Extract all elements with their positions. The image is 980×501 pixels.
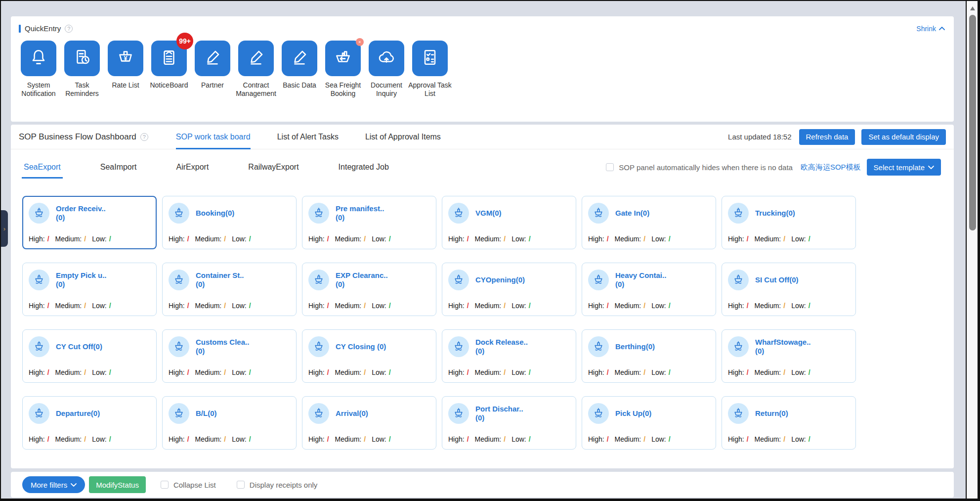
card-title-line1: Dock Release.. bbox=[475, 338, 528, 346]
card-title-line1: EXP Clearanc.. bbox=[336, 271, 388, 279]
task-card-pre-manifest[interactable]: Pre manifest.. (0) High:/Medium:/Low:/ bbox=[302, 196, 436, 249]
quickentry-noticeboard[interactable]: 99+ × NoticeBoard bbox=[147, 41, 191, 98]
priority-value: / bbox=[504, 235, 506, 243]
task-card-heavy-contai[interactable]: Heavy Contai.. (0) High:/Medium:/Low:/ bbox=[582, 263, 716, 316]
task-card-dock-release[interactable]: Dock Release.. (0) High:/Medium:/Low:/ bbox=[442, 329, 576, 383]
task-card-si-cut-off-0[interactable]: SI Cut Off(0) High:/Medium:/Low:/ bbox=[722, 263, 856, 316]
priority-value: / bbox=[249, 302, 251, 310]
priority-label: High: bbox=[29, 368, 45, 376]
tab-list-of-approval-items[interactable]: List of Approval Items bbox=[365, 125, 441, 149]
auto-hide-checkbox[interactable] bbox=[606, 163, 614, 171]
task-card-b-l-0[interactable]: B/L(0) High:/Medium:/Low:/ bbox=[162, 396, 297, 450]
quickentry-button[interactable]: × bbox=[412, 41, 448, 76]
sidebar-collapse-handle[interactable]: › bbox=[1, 210, 8, 247]
task-card-gate-in-0[interactable]: Gate In(0) High:/Medium:/Low:/ bbox=[582, 196, 716, 249]
task-card-berthing-0[interactable]: Berthing(0) High:/Medium:/Low:/ bbox=[582, 329, 716, 383]
scroll-up-arrow-icon[interactable] bbox=[970, 4, 975, 10]
shrink-link[interactable]: Shrink bbox=[916, 25, 945, 33]
quickentry-rate-list[interactable]: ¥ × Rate List bbox=[104, 41, 147, 98]
quickentry-contract-management[interactable]: × Contract Management bbox=[234, 41, 278, 98]
collapse-list-checkbox[interactable] bbox=[161, 481, 169, 489]
cloud-up-icon bbox=[377, 47, 396, 69]
priority-value: / bbox=[364, 302, 366, 310]
card-title-line2: (0) bbox=[755, 347, 764, 355]
dashboard-tab-row: SOP Business Flow Dashboard ? SOP work t… bbox=[11, 125, 954, 149]
priority-value: / bbox=[529, 435, 531, 443]
quickentry-button[interactable]: × bbox=[238, 41, 274, 76]
task-card-vgm-0[interactable]: VGM(0) High:/Medium:/Low:/ bbox=[442, 196, 576, 249]
modify-status-button[interactable]: ModifyStatus bbox=[89, 476, 146, 493]
help-icon[interactable]: ? bbox=[140, 133, 148, 141]
quickentry-partner[interactable]: × Partner bbox=[191, 41, 234, 98]
priority-value: / bbox=[643, 235, 645, 243]
task-card-customs-clea[interactable]: Customs Clea.. (0) High:/Medium:/Low:/ bbox=[162, 329, 297, 383]
sop-template-link[interactable]: 欧高海运SOP模板 bbox=[801, 163, 861, 172]
quickentry-approval-task-list[interactable]: × Approval Task List bbox=[408, 41, 452, 98]
quickentry-task-reminders[interactable]: × Task Reminders bbox=[60, 41, 104, 98]
task-card-cy-cut-off-0[interactable]: CY Cut Off(0) High:/Medium:/Low:/ bbox=[22, 329, 157, 383]
task-card-wharfstowage[interactable]: WharfStowage.. (0) High:/Medium:/Low:/ bbox=[722, 329, 856, 383]
quickentry-button[interactable]: × bbox=[64, 41, 100, 76]
task-card-port-dischar[interactable]: Port Dischar.. (0) High:/Medium:/Low:/ bbox=[442, 396, 576, 450]
quickentry-button[interactable]: ¥ × bbox=[108, 41, 143, 76]
quickentry-document-inquiry[interactable]: × Document Inquiry bbox=[365, 41, 408, 98]
tab-list-of-alert-tasks[interactable]: List of Alert Tasks bbox=[277, 125, 339, 149]
priority-value: / bbox=[389, 368, 391, 376]
task-card-booking-0[interactable]: Booking(0) High:/Medium:/Low:/ bbox=[162, 196, 297, 249]
auto-hide-label: SOP panel automatically hides when there… bbox=[619, 163, 793, 172]
task-card-empty-pick-u[interactable]: Empty Pick u.. (0) High:/Medium:/Low:/ bbox=[22, 263, 157, 316]
subtab-seaexport[interactable]: SeaExport bbox=[24, 159, 61, 176]
quickentry-basic-data[interactable]: × Basic Data bbox=[278, 41, 321, 98]
tab-sop-work-task-board[interactable]: SOP work task board bbox=[176, 125, 251, 149]
card-priorities: High:/Medium:/Low:/ bbox=[588, 435, 710, 443]
card-priorities: High:/Medium:/Low:/ bbox=[448, 235, 570, 243]
priority-label: Medium: bbox=[335, 235, 362, 243]
priority-label: High: bbox=[728, 435, 744, 443]
scrollbar[interactable] bbox=[967, 1, 978, 499]
task-card-trucking-0[interactable]: Trucking(0) High:/Medium:/Low:/ bbox=[722, 196, 856, 249]
ship-icon bbox=[733, 273, 744, 286]
display-receipts-checkbox[interactable] bbox=[237, 481, 245, 489]
set-default-display-button[interactable]: Set as default display bbox=[861, 129, 946, 145]
task-card-order-receiv[interactable]: Order Receiv.. (0) High:/Medium:/Low:/ bbox=[22, 196, 157, 249]
chevron-up-icon bbox=[939, 27, 945, 30]
task-card-arrival-0[interactable]: Arrival(0) High:/Medium:/Low:/ bbox=[302, 396, 436, 450]
quickentry-system-notification[interactable]: × System Notification bbox=[17, 41, 60, 98]
priority-label: Medium: bbox=[475, 368, 502, 376]
more-filters-button[interactable]: More filters bbox=[22, 476, 85, 493]
ship-icon bbox=[453, 207, 464, 220]
refresh-data-button[interactable]: Refresh data bbox=[799, 129, 855, 145]
dashboard-tab-actions: Last updated 18:52 Refresh data Set as d… bbox=[728, 129, 946, 145]
quickentry-button[interactable]: × bbox=[282, 41, 317, 76]
quickentry-button[interactable]: × bbox=[195, 41, 230, 76]
priority-value: / bbox=[504, 368, 506, 376]
subtab-integrated-job[interactable]: Integrated Job bbox=[339, 159, 389, 176]
task-card-pick-up-0[interactable]: Pick Up(0) High:/Medium:/Low:/ bbox=[582, 396, 716, 450]
pencil-icon bbox=[290, 47, 309, 69]
priority-label: High: bbox=[169, 302, 185, 310]
task-card-exp-clearanc[interactable]: EXP Clearanc.. (0) High:/Medium:/Low:/ bbox=[302, 263, 436, 316]
scrollbar-thumb[interactable] bbox=[969, 15, 976, 230]
card-top: Order Receiv.. (0) bbox=[29, 201, 150, 225]
card-title: Pick Up(0) bbox=[615, 409, 651, 418]
task-card-cy-closing-0[interactable]: CY Closing (0) High:/Medium:/Low:/ bbox=[302, 329, 436, 383]
task-card-return-0[interactable]: Return(0) High:/Medium:/Low:/ bbox=[722, 396, 856, 450]
task-card-cyopening-0[interactable]: CYOpening(0) High:/Medium:/Low:/ bbox=[442, 263, 576, 316]
priority-label: High: bbox=[308, 302, 325, 310]
task-card-container-st[interactable]: Container St.. (0) High:/Medium:/Low:/ bbox=[162, 263, 297, 316]
quickentry-button[interactable]: × bbox=[21, 41, 56, 76]
quickentry-sea-freight-booking[interactable]: × Sea Freight Booking bbox=[321, 41, 365, 98]
subtab-railwayexport[interactable]: RailwayExport bbox=[248, 159, 298, 176]
quickentry-button[interactable]: × bbox=[369, 41, 404, 76]
subtab-seaimport[interactable]: SeaImport bbox=[100, 159, 137, 176]
quickentry-button[interactable]: × bbox=[325, 41, 361, 76]
priority-value: / bbox=[109, 435, 111, 443]
card-title-line1: CY Cut Off(0) bbox=[56, 342, 102, 351]
ship-icon bbox=[173, 407, 184, 420]
select-template-button[interactable]: Select template bbox=[867, 159, 941, 176]
task-card-departure-0[interactable]: Departure(0) High:/Medium:/Low:/ bbox=[22, 396, 157, 450]
help-icon[interactable]: ? bbox=[65, 25, 73, 33]
subtab-airexport[interactable]: AirExport bbox=[176, 159, 209, 176]
quickentry-button[interactable]: 99+ × bbox=[151, 41, 187, 76]
priority-value: / bbox=[607, 368, 609, 376]
